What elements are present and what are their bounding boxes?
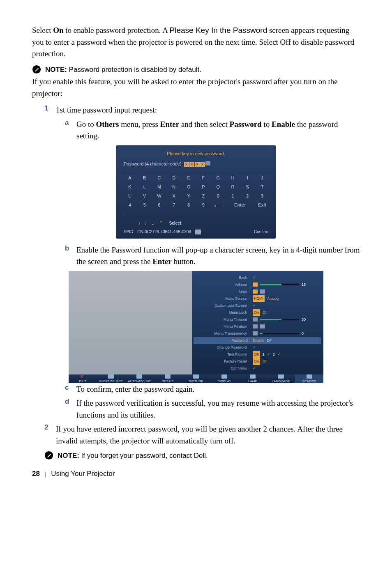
osd2-tab-bar: ✕EXIT INPUT SELECT AUTO-ADJUST SET UP PI… — [69, 374, 323, 383]
section-title: Using Your Projector — [51, 470, 115, 478]
page-footer: 28 | Using Your Projector — [32, 470, 360, 478]
set-up-icon — [165, 374, 171, 379]
timeout-icon — [253, 317, 258, 322]
osd1-title: Please key in new password. — [122, 151, 270, 156]
step-1: 1 1st time password input request: — [44, 104, 360, 116]
enable-paragraph: If you enable this feature, you will be … — [32, 76, 360, 99]
note-pencil-icon — [32, 65, 41, 74]
display-icon — [221, 374, 227, 379]
osd1-nav-arrows: ›‹⌄⌃ — [138, 220, 164, 226]
osd1-char-grid: ABCDEFGHIJ KLMNOPQRST UVWXYZ0123 456789⟵… — [122, 175, 270, 209]
transparency-icon — [253, 331, 258, 335]
mute-on-icon — [253, 289, 258, 294]
step-1d: d If the password verification is succes… — [65, 397, 360, 421]
others-icon — [307, 374, 312, 379]
input-select-icon — [108, 374, 114, 379]
step-1c: c To confirm, enter the password again. — [65, 384, 360, 395]
osd1-prompt: Password (4 character code): XXXX — [124, 161, 268, 167]
note-1: NOTE: Password protection is disabled by… — [32, 65, 360, 75]
osd1-ppid-label: PPID — [124, 230, 133, 234]
check-icon: ✓ — [195, 230, 201, 234]
osd1-confirm: Confirm — [254, 230, 268, 234]
osd-password-entry: Please key in new password. Password (4 … — [116, 145, 276, 239]
exit-icon: ✕ — [80, 374, 85, 379]
picture-icon — [193, 374, 199, 379]
osd-others-menu: Back Volume Mute Audio Source Customized… — [69, 271, 323, 378]
osd1-ppid-value: CN-0C2726-70641-46B-0208 — [137, 230, 191, 234]
lamp-icon — [250, 374, 256, 379]
position2-icon — [260, 324, 265, 328]
mute-off-icon — [260, 289, 265, 294]
volume-icon — [253, 283, 258, 287]
step-2: 2 If you have entered incorrect password… — [44, 423, 360, 447]
step-1b: b Enable the Password function will pop-… — [65, 244, 360, 268]
position-icon — [253, 324, 258, 328]
note-2: NOTE: If you forget your password, conta… — [44, 451, 360, 461]
step-1a: a Go to Others menu, press Enter and the… — [65, 119, 360, 142]
note-pencil-icon — [44, 451, 53, 460]
page-number: 28 — [32, 470, 40, 478]
intro-paragraph: Select On to enable password protection.… — [32, 25, 360, 60]
auto-adjust-icon — [136, 374, 142, 379]
language-icon — [278, 374, 284, 379]
